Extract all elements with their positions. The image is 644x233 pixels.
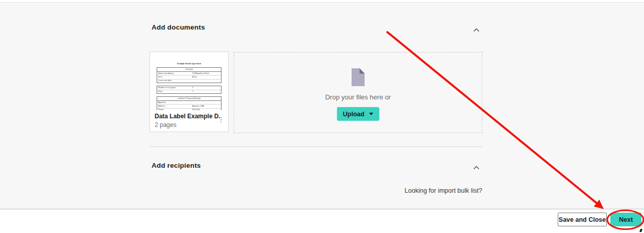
thumbnail-table: Tenant(s) Name and address:123 Anywhere … xyxy=(157,67,221,83)
save-and-close-button[interactable]: Save and Close xyxy=(558,213,607,226)
content-panel: Add documents Example Rental Agreement T… xyxy=(0,2,644,210)
stray-mark xyxy=(639,229,642,232)
document-card[interactable]: Example Rental Agreement Tenant(s) Name … xyxy=(150,51,229,132)
file-dropzone[interactable]: Drop your files here or Upload xyxy=(234,52,482,133)
file-icon xyxy=(352,68,365,86)
collapse-documents-button[interactable] xyxy=(470,25,482,34)
section-title-add-recipients: Add recipients xyxy=(152,162,201,169)
next-button[interactable]: Next xyxy=(610,213,641,226)
footer-bar: Save and Close Next xyxy=(0,211,644,233)
dropzone-prompt: Drop your files here or xyxy=(234,93,482,101)
document-thumbnail: Example Rental Agreement Tenant(s) Name … xyxy=(150,52,228,110)
caret-down-icon xyxy=(369,113,373,115)
upload-button[interactable]: Upload xyxy=(337,107,379,121)
document-menu-button[interactable]: ⋮ xyxy=(217,114,225,125)
chevron-up-icon xyxy=(473,164,480,171)
section-divider xyxy=(150,146,483,147)
document-name: Data Label Example D... xyxy=(155,113,220,120)
thumbnail-table: Landlord / Property Manager Agent for: A… xyxy=(157,96,221,110)
envelope-prepare-page: Add documents Example Rental Agreement T… xyxy=(0,0,644,233)
chevron-up-icon xyxy=(473,26,480,34)
kebab-vertical-icon: ⋮ xyxy=(218,116,225,123)
document-page-count: 2 pages xyxy=(155,121,177,128)
section-title-add-documents: Add documents xyxy=(152,23,205,31)
upload-button-label: Upload xyxy=(343,111,364,118)
collapse-recipients-button[interactable] xyxy=(470,163,482,172)
thumbnail-doc-title: Example Rental Agreement xyxy=(150,62,228,65)
import-bulk-list-link[interactable]: Looking for import bulk list? xyxy=(405,187,482,194)
thumbnail-table: Number of occupants:2 Keys:2 xyxy=(157,86,221,94)
